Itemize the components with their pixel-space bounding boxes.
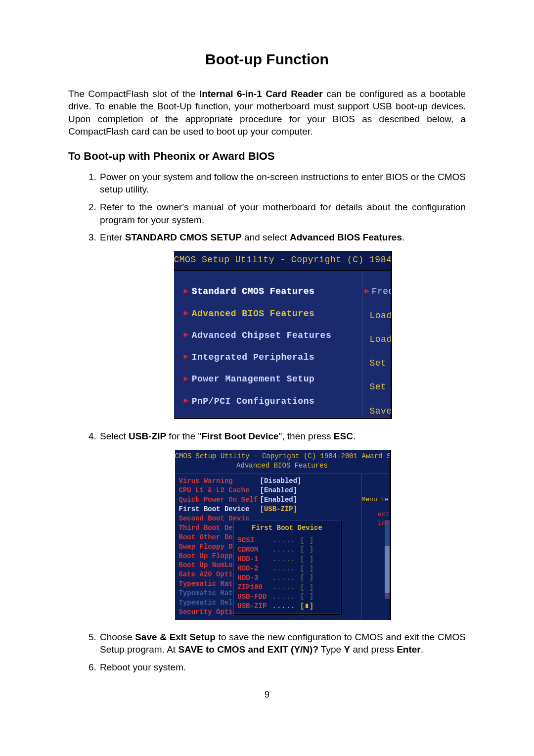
popup-option: USB-FDD..... [ ] — [238, 592, 337, 602]
text: Type — [318, 644, 344, 655]
setting-value: [USB-ZIP] — [260, 505, 298, 514]
menu-label: Power Management Setup — [192, 373, 315, 385]
option-key: HDD-2 — [238, 564, 272, 573]
text-bold: STANDARD CMOS SETUP — [125, 232, 242, 242]
help-text: Menu Le — [362, 495, 390, 504]
bios1-left-column: ▶Standard CMOS Features ▶Advanced BIOS F… — [174, 271, 362, 418]
bios2-row: CPU L1 & L2 Cache[Enabled] — [179, 486, 361, 495]
option-mark: ..... [ ] — [272, 545, 314, 555]
text: Enter — [100, 232, 125, 242]
arrow-icon: ▶ — [184, 308, 189, 319]
option-key: CDROM — [238, 545, 272, 555]
bios1-right-item: Set — [363, 357, 391, 369]
menu-label: Advanced BIOS Features — [192, 308, 315, 320]
popup-option-selected: USB-ZIP..... [∎] — [238, 602, 337, 611]
setting-key: Virus Warning — [179, 476, 260, 486]
arrow-icon: ▶ — [184, 286, 189, 297]
bios1-right-item: Load — [363, 310, 391, 322]
popup-option: CDROM..... [ ] — [238, 545, 337, 555]
bios1-body: ▶Standard CMOS Features ▶Advanced BIOS F… — [174, 271, 391, 418]
option-mark: ..... [ ] — [272, 583, 314, 592]
arrow-icon: ▶ — [365, 286, 370, 297]
text: for the " — [166, 431, 201, 441]
bios1-item-pnp-pci: ▶PnP/PCI Configurations — [184, 395, 362, 407]
menu-label: Integrated Peripherals — [192, 351, 315, 363]
help-text: ect — [362, 510, 390, 519]
steps-list: Power on your system and follow the on-s… — [68, 171, 466, 674]
text: . — [402, 232, 404, 242]
option-key: HDD-3 — [238, 573, 272, 583]
bios2-row-selected: First Boot Device[USB-ZIP] — [179, 505, 361, 514]
bios1-right-column: ▶Freq Load Load Set Set Save — [362, 271, 391, 418]
bios1-item-integrated-periph: ▶Integrated Peripherals — [184, 351, 362, 363]
bios2-body: Virus Warning[Disabled] CPU L1 & L2 Cach… — [175, 473, 390, 619]
text: The CompactFlash slot of the — [68, 89, 199, 99]
bios-main-menu-screenshot: CMOS Setup Utility - Copyright (C) 1984-… — [174, 251, 392, 419]
scrollbar: ▲ ▼ — [385, 520, 390, 599]
setting-key: First Boot Device — [179, 505, 260, 514]
text: and press — [350, 644, 397, 655]
page-title: Boot-up Function — [68, 49, 466, 70]
step-2: Refer to the owner's manual of your moth… — [99, 201, 466, 226]
step-5: Choose Save & Exit Setup to save the new… — [99, 631, 466, 656]
bios-advanced-features-screenshot: CMOS Setup Utility - Copyright (C) 1984-… — [175, 450, 391, 620]
popup-option: HDD-2..... [ ] — [238, 564, 337, 573]
text-bold: Advanced BIOS Features — [290, 232, 402, 242]
arrow-icon: ▶ — [184, 330, 189, 341]
menu-label: Freq — [372, 285, 391, 297]
setting-key: CPU L1 & L2 Cache — [179, 486, 260, 495]
menu-label: PnP/PCI Configurations — [192, 395, 315, 407]
bios2-row: Virus Warning[Disabled] — [179, 476, 361, 486]
text-bold: Save & Exit Setup — [135, 632, 216, 642]
option-key: USB-FDD — [238, 592, 272, 602]
arrow-icon: ▶ — [184, 396, 189, 407]
section-heading: To Boot-up with Pheonix or Award BIOS — [68, 149, 466, 164]
text-bold: First Boot Device — [201, 431, 278, 441]
bios2-subheader: Advanced BIOS Features — [175, 461, 390, 474]
option-key: USB-ZIP — [238, 602, 272, 611]
text-bold: SAVE to CMOS and EXIT (Y/N)? — [178, 644, 318, 655]
bios2-row: Quick Power On Self Test[Enabled] — [179, 495, 361, 505]
menu-label: Advanced Chipset Features — [192, 330, 332, 341]
option-mark: ..... [ ] — [272, 536, 314, 545]
text: Choose — [100, 632, 135, 642]
bios1-right-freq: ▶Freq — [363, 285, 391, 297]
text-bold: ESC — [334, 431, 353, 441]
step-1: Power on your system and follow the on-s… — [99, 171, 466, 196]
popup-option: ZIP100..... [ ] — [238, 583, 337, 592]
option-mark: ..... [ ] — [272, 573, 314, 583]
bios1-right-item: Save — [363, 405, 391, 417]
option-mark: ..... [ ] — [272, 592, 314, 602]
arrow-icon: ▶ — [184, 374, 189, 385]
bios1-item-power-mgmt: ▶Power Management Setup — [184, 373, 362, 385]
bios1-item-advanced-bios: ▶Advanced BIOS Features — [184, 308, 362, 320]
scrollbar-thumb — [385, 526, 390, 546]
bios2-header: CMOS Setup Utility - Copyright (C) 1984-… — [175, 450, 390, 461]
menu-label: Standard CMOS Features — [192, 285, 315, 297]
scroll-up-icon: ▲ — [385, 520, 390, 526]
option-key: HDD-1 — [238, 555, 272, 564]
scroll-down-icon: ▼ — [385, 593, 390, 599]
text: ", then press — [279, 431, 334, 441]
text: and select — [242, 232, 290, 242]
text: . — [421, 644, 423, 655]
bios1-header: CMOS Setup Utility - Copyright (C) 1984- — [174, 251, 391, 271]
option-key: SCSI — [238, 536, 272, 545]
step-3: Enter STANDARD CMOS SETUP and select Adv… — [99, 231, 466, 419]
popup-option: SCSI..... [ ] — [238, 536, 337, 545]
product-name: Internal 6-in-1 Card Reader — [199, 89, 323, 99]
setting-value: [Enabled] — [260, 495, 298, 505]
setting-key: Quick Power On Self Test — [179, 495, 260, 505]
popup-title: First Boot Device — [238, 523, 337, 533]
step-4: Select USB-ZIP for the "First Boot Devic… — [99, 430, 466, 620]
text-bold: Enter — [397, 644, 421, 655]
text: . — [353, 431, 356, 441]
option-mark: ..... [ ] — [272, 564, 314, 573]
page-number: 9 — [68, 689, 466, 701]
popup-option: HDD-1..... [ ] — [238, 555, 337, 564]
document-page: Boot-up Function The CompactFlash slot o… — [0, 0, 534, 701]
bios1-right-item: Set — [363, 381, 391, 393]
setting-value: [Disabled] — [260, 476, 302, 486]
bios1-item-advanced-chipset: ▶Advanced Chipset Features — [184, 330, 362, 341]
option-mark: ..... [∎] — [272, 602, 314, 611]
